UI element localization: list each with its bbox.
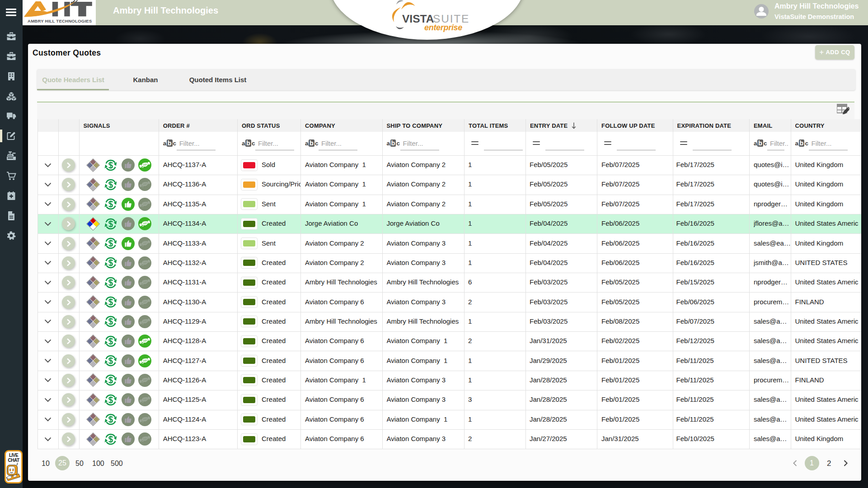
svg-text:AMBRY HILL TECHNOLOGIES: AMBRY HILL TECHNOLOGIES	[28, 19, 92, 23]
svg-text:enterprise: enterprise	[424, 23, 462, 32]
